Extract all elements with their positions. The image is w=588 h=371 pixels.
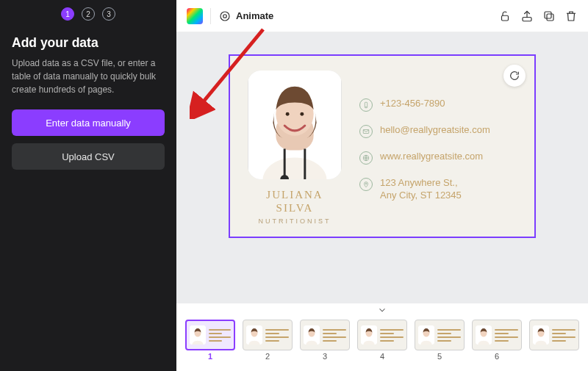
step-3[interactable]: 3 (102, 7, 115, 21)
svg-rect-4 (547, 14, 553, 21)
thumbnail-number: 1 (208, 352, 212, 361)
toolbar-separator (210, 8, 211, 24)
svg-point-0 (220, 12, 229, 21)
svg-rect-3 (523, 17, 531, 21)
animate-icon (218, 10, 232, 23)
page-thumbnails: 123456 (176, 317, 588, 371)
canvas[interactable]: JULIANA SILVA NUTRITIONIST +123-456-7890… (176, 32, 588, 303)
sidebar-description: Upload data as a CSV file, or enter a ta… (12, 57, 165, 96)
sidebar-title: Add your data (12, 35, 165, 51)
duplicate-icon[interactable] (542, 10, 556, 23)
website-text: www.reallygreatsite.com (380, 151, 483, 163)
color-picker-button[interactable] (187, 8, 203, 24)
step-1[interactable]: 1 (61, 7, 74, 21)
globe-icon (359, 151, 373, 165)
website-row[interactable]: www.reallygreatsite.com (359, 151, 518, 165)
email-row[interactable]: hello@reallygreatsite.com (359, 124, 518, 138)
svg-rect-14 (363, 130, 369, 134)
card-photo-column: JULIANA SILVA NUTRITIONIST (246, 71, 343, 225)
thumbnail-number: 2 (265, 352, 270, 361)
stepper: 1 2 3 (12, 0, 165, 35)
unlock-icon[interactable] (498, 10, 512, 23)
email-text: hello@reallygreatsite.com (380, 124, 490, 137)
business-card[interactable]: JULIANA SILVA NUTRITIONIST +123-456-7890… (229, 54, 536, 238)
card-name[interactable]: JULIANA SILVA (246, 188, 343, 215)
page-thumbnail[interactable]: 3 (300, 320, 350, 361)
email-icon (359, 125, 373, 138)
upload-csv-button[interactable]: Upload CSV (12, 143, 165, 170)
phone-row[interactable]: +123-456-7890 (359, 98, 518, 112)
svg-point-1 (223, 14, 227, 18)
collapse-thumbnails-button[interactable] (176, 303, 588, 317)
page-thumbnail[interactable]: 2 (243, 320, 293, 361)
page-thumbnail[interactable]: 5 (415, 320, 465, 361)
phone-icon (359, 98, 373, 112)
thumbnail-number: 6 (495, 352, 499, 361)
svg-point-9 (286, 112, 290, 116)
phone-text: +123-456-7890 (380, 98, 445, 110)
address-row[interactable]: 123 Anywhere St., Any City, ST 12345 (359, 177, 518, 202)
svg-point-10 (300, 112, 304, 116)
address-text: 123 Anywhere St., Any City, ST 12345 (380, 177, 462, 202)
svg-rect-2 (502, 15, 509, 21)
refresh-icon (509, 70, 520, 82)
card-photo[interactable] (248, 71, 342, 179)
thumbnail-number: 3 (323, 352, 327, 361)
enter-data-manually-button[interactable]: Enter data manually (12, 109, 165, 136)
svg-point-13 (366, 107, 367, 107)
sidebar: 1 2 3 Add your data Upload data as a CSV… (0, 0, 176, 371)
card-contact-column: +123-456-7890 hello@reallygreatsite.com … (359, 71, 518, 225)
animate-label: Animate (236, 10, 273, 21)
thumbnail-number: 5 (437, 352, 442, 361)
svg-point-16 (365, 183, 367, 184)
page-thumbnail[interactable] (529, 320, 579, 350)
location-icon (359, 178, 373, 191)
share-icon[interactable] (520, 10, 534, 23)
animate-button[interactable]: Animate (218, 10, 273, 23)
page-thumbnail[interactable]: 6 (472, 320, 522, 361)
thumbnail-number: 4 (380, 352, 384, 361)
svg-rect-5 (545, 12, 551, 18)
top-toolbar: Animate (176, 0, 588, 32)
refresh-button[interactable] (503, 65, 526, 87)
trash-icon[interactable] (564, 10, 578, 23)
page-thumbnail[interactable]: 4 (357, 320, 407, 361)
main-area: Animate (176, 0, 588, 371)
step-2[interactable]: 2 (82, 7, 95, 21)
card-role[interactable]: NUTRITIONIST (259, 217, 331, 225)
page-thumbnail[interactable]: 1 (185, 320, 235, 361)
